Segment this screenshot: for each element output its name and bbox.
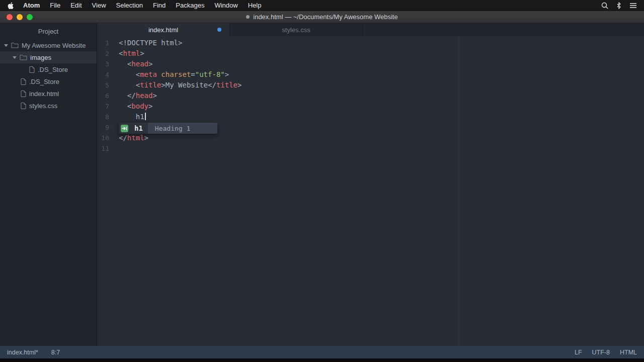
code-token: < [119,81,140,89]
code-line: 2<html> [97,48,644,59]
code-text [109,122,119,133]
code-token: > [152,92,156,100]
text-cursor [145,113,146,120]
code-token: h1 [136,113,144,121]
project-sidebar: Project My Awesome Websiteimages.DS_Stor… [0,23,97,346]
status-file-name[interactable]: index.html* [7,349,38,356]
code-text: </html> [109,133,148,143]
menu-item-edit[interactable]: Edit [65,0,87,11]
project-header: Project [0,23,97,39]
tree-item-label: images [30,54,51,61]
line-number: 7 [97,101,109,112]
code-token: "utf-8" [195,70,225,78]
zoom-window-button[interactable] [27,14,33,20]
code-line: 8 h1 [97,112,644,122]
code-token: > [148,102,152,110]
tab-styles-css[interactable]: styles.css [230,23,363,36]
folder-icon [11,42,19,48]
code-token: > [237,81,242,89]
code-text [109,143,119,154]
code-token: html [127,134,144,142]
tree-item-images[interactable]: images [0,51,97,63]
status-cursor-position[interactable]: 8:7 [51,349,60,356]
menu-item-file[interactable]: File [45,0,65,11]
tab-label: index.html [148,26,178,34]
menu-bar-right [601,2,644,9]
editor-area: index.htmlstyles.css 1<!DOCTYPE html>2<h… [97,23,644,346]
tree-item-my-awesome-website[interactable]: My Awesome Website [0,39,97,51]
line-number: 8 [97,112,109,122]
disclosure-triangle-icon[interactable] [4,44,8,47]
status-encoding[interactable]: UTF-8 [592,349,610,356]
menu-item-find[interactable]: Find [148,0,171,11]
tab-bar: index.htmlstyles.css [97,23,644,36]
menu-item-atom[interactable]: Atom [18,0,45,11]
line-number: 4 [97,69,109,80]
tree-item-label: styles.css [29,102,57,110]
code-token: </ [119,92,136,100]
menu-item-window[interactable]: Window [209,0,243,11]
search-icon[interactable] [601,2,608,9]
window-title: index.html — ~/Documents/My Awesome Webs… [253,13,397,21]
code-token: < [119,70,140,78]
window-title-bar: index.html — ~/Documents/My Awesome Webs… [0,11,644,23]
tab-modified-dot [217,28,221,32]
disclosure-triangle-icon[interactable] [13,56,17,59]
minimize-window-button[interactable] [17,14,23,20]
status-grammar[interactable]: HTML [620,349,637,356]
status-bar-right: LF UTF-8 HTML [575,349,637,356]
code-token: meta [140,70,157,78]
tree-item-index-html[interactable]: index.html [0,87,97,100]
line-number: 9 [97,122,109,133]
code-token: > [144,134,148,142]
code-token: title [216,81,237,89]
menu-items: FileEditViewSelectionFindPackagesWindowH… [45,0,266,11]
tree-item--ds-store[interactable]: .DS_Store [0,75,97,87]
code-text: <!DOCTYPE html> [109,38,182,48]
autocomplete-suggestion[interactable]: h1 [134,123,148,134]
code-token: > [148,60,152,68]
code-token: <!DOCTYPE html> [119,39,182,47]
code-line: 7 <body> [97,101,644,112]
text-editor[interactable]: 1<!DOCTYPE html>2<html>3 <head>4 <meta c… [97,36,644,346]
menu-item-help[interactable]: Help [243,0,267,11]
code-line: 3 <head> [97,59,644,69]
autocomplete-description[interactable]: Heading 1 [148,123,217,134]
status-line-ending[interactable]: LF [575,349,582,356]
tree-item--ds-store[interactable]: .DS_Store [0,63,97,75]
line-number: 6 [97,90,109,101]
menu-item-packages[interactable]: Packages [171,0,209,11]
code-token: < [119,60,131,68]
code-line: 5 <title>My Website</title> [97,80,644,90]
code-text: <body> [109,101,152,112]
tree-item-label: .DS_Store [38,66,68,73]
code-token [119,113,136,121]
close-window-button[interactable] [7,14,13,20]
file-icon [21,78,26,85]
menu-bar: Atom FileEditViewSelectionFindPackagesWi… [0,0,644,11]
status-bar: index.html* 8:7 LF UTF-8 HTML [0,346,644,358]
wrap-guide [458,36,459,346]
apple-menu[interactable] [0,2,18,10]
folder-icon [20,54,27,60]
notification-center-icon[interactable] [629,3,637,9]
tab-index-html[interactable]: index.html [97,23,230,36]
tree-item-styles-css[interactable]: styles.css [0,100,97,112]
code-line: 1<!DOCTYPE html> [97,38,644,48]
file-icon [21,90,26,97]
tree-item-label: My Awesome Website [22,42,86,49]
file-icon [29,66,35,73]
code-token: html [123,49,140,57]
code-token: </ [208,81,216,89]
editor-lines: 1<!DOCTYPE html>2<html>3 <head>4 <meta c… [97,38,644,154]
bluetooth-icon[interactable] [616,2,621,9]
desktop: { "colors": { "accent_blue": "#4a8fe2", … [0,0,644,362]
menu-item-view[interactable]: View [87,0,111,11]
code-line: 6 </head> [97,90,644,101]
menu-item-selection[interactable]: Selection [111,0,148,11]
code-text: h1 [109,112,146,122]
code-token: </ [119,134,127,142]
code-token: = [191,70,195,78]
line-number: 5 [97,80,109,90]
traffic-lights [7,14,33,20]
